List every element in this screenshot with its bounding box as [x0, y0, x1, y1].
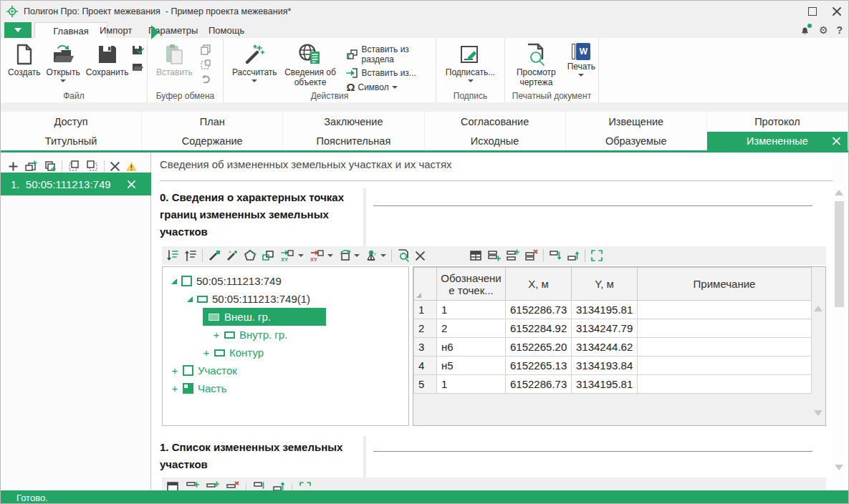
autofill-wand-icon[interactable] — [208, 249, 221, 262]
tab-plan[interactable]: План — [142, 112, 283, 132]
tree-item-inner-boundary[interactable]: + Внутр. гр. — [213, 326, 287, 344]
add-row-icon[interactable] — [487, 249, 501, 262]
settings-gear-icon[interactable]: ⚙ — [819, 24, 828, 36]
insert-from-button[interactable]: Вставить из... — [346, 67, 436, 79]
point-cell[interactable]: н6 — [437, 338, 506, 357]
expand-plus-icon[interactable]: + — [203, 346, 210, 359]
tab-changed[interactable]: Измененные — [707, 132, 848, 150]
point-cell[interactable]: 1 — [437, 301, 506, 319]
y-cell[interactable]: 3134247.79 — [572, 319, 638, 338]
duplicate-object-alt-icon[interactable] — [43, 160, 56, 172]
warning-icon[interactable] — [125, 161, 138, 172]
paste-button[interactable]: Вставить — [153, 41, 196, 80]
tab-explanatory[interactable]: Пояснительная — [283, 132, 424, 150]
table-scroll-up-icon[interactable] — [813, 306, 823, 311]
expand-table-icon[interactable] — [590, 249, 603, 262]
col-header-x[interactable]: X, м — [506, 268, 572, 301]
add-row-icon[interactable] — [186, 483, 199, 490]
close-window-button[interactable] — [833, 7, 841, 16]
copy-icon[interactable] — [200, 44, 211, 55]
tab-contents[interactable]: Содержание — [142, 132, 283, 150]
create-button[interactable]: Создать — [5, 41, 44, 80]
point-cell[interactable]: 2 — [437, 319, 506, 338]
scroll-up-icon[interactable] — [835, 190, 843, 195]
object-list-item[interactable]: 1. 50:05:111213:749 — [1, 173, 151, 195]
app-menu-button[interactable] — [4, 22, 32, 38]
copy-contour-icon[interactable] — [262, 249, 274, 262]
note-cell[interactable] — [638, 301, 812, 319]
import-xy-icon[interactable]: XY — [279, 249, 304, 262]
note-cell[interactable] — [638, 375, 812, 394]
open-button[interactable]: Открыть — [44, 41, 83, 84]
menu-tab-import[interactable]: Импорт — [90, 22, 142, 38]
save-open-icon[interactable] — [131, 60, 144, 73]
delete-object-icon[interactable] — [110, 162, 120, 171]
insert-row-icon[interactable] — [206, 483, 219, 490]
note-cell[interactable] — [638, 319, 812, 338]
tab-source[interactable]: Исходные — [425, 132, 566, 150]
polygon-icon[interactable] — [244, 249, 256, 262]
notifications-bell-icon[interactable] — [800, 25, 810, 36]
save-button[interactable]: Сохранить — [83, 41, 132, 80]
preview-points-icon[interactable] — [397, 249, 411, 262]
number-points-down-icon[interactable] — [166, 249, 179, 262]
x-cell[interactable]: 6152286.73 — [506, 375, 572, 394]
table-view-icon[interactable] — [166, 483, 179, 490]
menu-tab-parameters[interactable]: Параметры — [138, 22, 208, 38]
insert-from-section-button[interactable]: Вставить из раздела — [346, 44, 436, 64]
point-cell[interactable]: н5 — [437, 357, 506, 375]
tab-access[interactable]: Доступ — [1, 112, 142, 132]
col-header-note[interactable]: Примечание — [638, 268, 812, 301]
y-cell[interactable]: 3134195.81 — [572, 301, 638, 319]
note-cell[interactable] — [638, 338, 812, 357]
help-icon[interactable]: ? — [836, 24, 843, 36]
scroll-down-icon[interactable] — [835, 465, 843, 470]
add-object-icon[interactable] — [8, 161, 19, 172]
tab-notice[interactable]: Извещение — [566, 112, 707, 132]
tree-item-contour-1[interactable]: 50:05:111213:749(1) — [187, 290, 310, 308]
main-scrollbar[interactable] — [833, 152, 846, 490]
corner-header-cell[interactable] — [414, 268, 437, 301]
close-object-icon[interactable] — [128, 180, 135, 188]
y-cell[interactable]: 3134195.81 — [572, 375, 638, 394]
point-cell[interactable]: 1 — [437, 375, 506, 394]
delete-row-icon[interactable] — [524, 249, 538, 262]
maximize-button[interactable] — [808, 7, 817, 16]
note-cell[interactable] — [638, 357, 812, 375]
insert-row-icon[interactable] — [506, 249, 519, 262]
tab-formed[interactable]: Образуемые — [566, 132, 707, 150]
x-cell[interactable]: 6152286.73 — [506, 301, 572, 319]
col-header-points[interactable]: Обозначение точек... — [437, 268, 506, 301]
export-xy-icon[interactable]: XY — [309, 249, 333, 262]
table-view-icon[interactable] — [469, 249, 482, 262]
row-number-cell[interactable]: 4 — [414, 357, 437, 375]
tree-item-outer-boundary[interactable]: Внеш. гр. — [203, 308, 326, 326]
row-number-cell[interactable]: 5 — [414, 375, 437, 394]
paste-special-icon[interactable] — [200, 59, 211, 70]
drawing-preview-button[interactable]: Просмотр чертежа — [508, 41, 565, 90]
row-number-cell[interactable]: 2 — [414, 319, 437, 338]
save-as-check-icon[interactable] — [131, 44, 144, 57]
row-number-cell[interactable]: 3 — [414, 338, 437, 357]
expand-collapse-icon[interactable] — [171, 278, 177, 284]
tree-item-parcel[interactable]: + Участок — [171, 362, 237, 379]
y-cell[interactable]: 3134193.84 — [572, 357, 638, 375]
expand-collapse-icon[interactable] — [187, 296, 193, 302]
paste-object-alt-icon[interactable] — [86, 160, 98, 172]
undo-icon[interactable] — [200, 74, 211, 85]
expand-plus-icon[interactable]: + — [171, 364, 178, 377]
move-row-down-icon[interactable] — [549, 249, 562, 262]
clear-points-icon[interactable] — [416, 251, 425, 261]
tree-item-part[interactable]: + Часть — [171, 379, 227, 397]
move-row-up-icon[interactable] — [272, 483, 285, 490]
sign-button[interactable]: Подписать... — [443, 41, 498, 84]
delete-row-icon[interactable] — [226, 483, 239, 490]
expand-table-icon[interactable] — [299, 483, 312, 490]
move-row-up-icon[interactable] — [567, 249, 580, 262]
calculate-button[interactable]: Рассчитать — [229, 41, 280, 84]
object-info-button[interactable]: Сведения об объекте — [280, 41, 341, 90]
print-button[interactable]: W Печать — [565, 41, 598, 79]
tree-item-parcel-root[interactable]: 50:05:111213:749 — [171, 272, 282, 290]
expand-plus-icon[interactable]: + — [171, 382, 178, 394]
menu-tab-help[interactable]: Помощь — [198, 22, 254, 38]
